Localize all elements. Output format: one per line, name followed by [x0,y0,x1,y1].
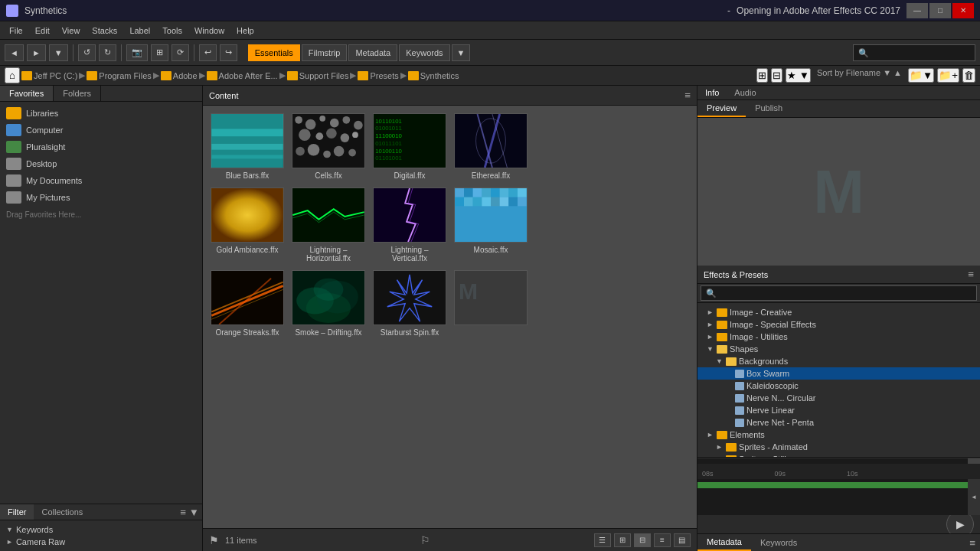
tree-item-image-special[interactable]: ► Image - Special Effects [697,318,980,331]
menu-help[interactable]: Help [230,24,260,37]
tree-item-kaleidoscopic[interactable]: Kaleidoscopic [697,380,980,392]
tree-item-nerve-circular[interactable]: Nerve N... Circular [697,392,980,404]
back-button[interactable]: ◄ [5,44,24,61]
list-item[interactable]: Ethereal.ffx [454,113,528,180]
timeline-scrollbar[interactable]: ◄ [968,479,980,515]
folder-button[interactable]: 📁▼ [908,68,934,83]
effects-search-input[interactable] [701,285,977,301]
tree-item-sprites-animated[interactable]: ► Sprites - Animated [697,441,980,453]
view-options-button[interactable]: ⊟ [771,68,782,83]
filter-options-button[interactable]: ≡ ▼ [180,507,199,518]
sidebar-item-pluralsight[interactable]: Pluralsight [0,139,202,155]
list-item[interactable]: Lightning – Horizontal.ffx [292,187,365,262]
tab-publish[interactable]: Publish [746,100,792,117]
sidebar-item-mydocuments[interactable]: My Documents [0,172,202,189]
grid-view-button[interactable]: ⊞ [756,68,768,83]
view-options-button[interactable]: ▤ [674,533,691,547]
bc-adobe[interactable]: Adobe [161,71,198,80]
sidebar-item-libraries[interactable]: Libraries [0,105,202,122]
list-item[interactable]: Starburst Spin.ffx [373,270,446,337]
tab-info[interactable]: Info [697,86,727,99]
undo-button[interactable]: ↩ [199,44,217,61]
bc-synthetics[interactable]: Synthetics [408,71,459,80]
tag-button[interactable]: ⚑ [209,534,219,546]
tab-preview[interactable]: Preview [697,100,746,117]
effects-menu-button[interactable]: ≡ [968,269,974,280]
menu-edit[interactable]: Edit [29,24,56,37]
menu-window[interactable]: Window [188,24,230,37]
filter-flag-button[interactable]: ⚐ [420,534,430,546]
star-filter-button[interactable]: ★ ▼ [786,68,811,83]
stacks-button[interactable]: ⊞ [151,44,168,61]
menu-stacks[interactable]: Stacks [86,24,123,37]
bc-pc[interactable]: Jeff PC (C:) [21,71,77,80]
tree-label: Image - Utilities [730,332,788,341]
rotate-cw-button[interactable]: ↻ [99,44,116,61]
list-item[interactable]: Gold Ambiance.ffx [211,187,284,262]
minimize-button[interactable]: — [906,3,928,18]
tab-keywords[interactable]: Keywords [751,535,806,550]
refresh-button[interactable]: ⟳ [172,44,189,61]
search-input[interactable] [853,44,975,61]
delete-button[interactable]: 🗑 [962,68,975,83]
redo-button[interactable]: ↪ [220,44,237,61]
list-item[interactable]: Mosaic.ffx [454,187,528,262]
menu-file[interactable]: File [3,24,29,37]
view-list-button[interactable]: ☰ [594,533,611,547]
tab-favorites[interactable]: Favorites [0,86,54,101]
tree-item-image-utilities[interactable]: ► Image - Utilities [697,331,980,343]
bc-supportfiles[interactable]: Support Files [287,71,349,80]
metadata-menu-button[interactable]: ≡ [969,537,975,549]
forward-button[interactable]: ► [27,44,46,61]
tree-item-backgrounds[interactable]: ▼ Backgrounds [697,355,980,367]
bc-aftereffects[interactable]: Adobe After E... [207,71,278,80]
list-item[interactable]: Cells.ffx [292,113,365,180]
content-title: Content [209,91,239,100]
list-item[interactable]: Orange Streaks.ffx [211,270,284,337]
tree-item-shapes[interactable]: ▼ Shapes [697,343,980,355]
tree-item-box-swarm[interactable]: Box Swarm [697,367,980,380]
close-button[interactable]: ✕ [952,3,974,18]
list-item[interactable]: Blue Bars.ffx [211,113,284,180]
sidebar-item-mypictures[interactable]: My Pictures [0,189,202,206]
workspace-menu-button[interactable]: ▼ [452,44,471,61]
tree-item-elements[interactable]: ► Elements [697,429,980,441]
list-item[interactable]: Lightning – Vertical.ffx [373,187,446,262]
tab-collections[interactable]: Collections [34,504,90,520]
bc-presets[interactable]: Presets [358,71,398,80]
list-item[interactable]: 1011010101001011111000100101110110100110… [373,113,446,180]
tab-filter[interactable]: Filter [0,504,34,520]
tab-audio[interactable]: Audio [727,86,763,99]
bc-programfiles[interactable]: Program Files [87,71,151,80]
view-grid-button[interactable]: ⊞ [614,533,631,547]
sidebar-item-desktop[interactable]: Desktop [0,155,202,172]
workspace-tab-metadata[interactable]: Metadata [348,44,397,61]
view-detail-button[interactable]: ≡ [654,533,671,547]
maximize-button[interactable]: □ [929,3,951,18]
workspace-tab-essentials[interactable]: Essentials [248,44,300,61]
rotate-button[interactable]: ↺ [78,44,96,61]
effects-search-wrapper [697,284,980,303]
view-thumb-button[interactable]: ⊟ [634,533,651,547]
tree-item-nerve-linear[interactable]: Nerve Linear [697,404,980,416]
filter-item-keywords[interactable]: ▼ Keywords [3,523,199,536]
new-folder-button[interactable]: 📁+ [937,68,959,83]
sidebar-item-computer[interactable]: Computer [0,122,202,139]
filter-item-cameraraw[interactable]: ► Camera Raw [3,536,199,548]
content-menu-button[interactable]: ≡ [684,90,691,101]
timeline-track[interactable]: ◄ [697,479,980,515]
tab-metadata[interactable]: Metadata [697,534,751,551]
menu-tools[interactable]: Tools [156,24,188,37]
tree-item-nerve-penta[interactable]: Nerve Net - Penta [697,416,980,429]
list-item[interactable]: Smoke – Drifting.ffx [292,270,365,337]
tree-item-image-creative[interactable]: ► Image - Creative [697,306,980,318]
home-button[interactable]: ⌂ [5,67,20,83]
menu-view[interactable]: View [56,24,87,37]
content-grid[interactable]: Blue Bars.ffx Cells.ffx 1011010101001011… [203,106,697,528]
recent-button[interactable]: ▼ [49,44,68,61]
workspace-tab-keywords[interactable]: Keywords [399,44,449,61]
menu-label[interactable]: Label [123,24,156,37]
workspace-tab-filmstrip[interactable]: Filmstrip [302,44,348,61]
tab-folders[interactable]: Folders [54,86,101,101]
open-camera-button[interactable]: 📷 [126,44,148,61]
